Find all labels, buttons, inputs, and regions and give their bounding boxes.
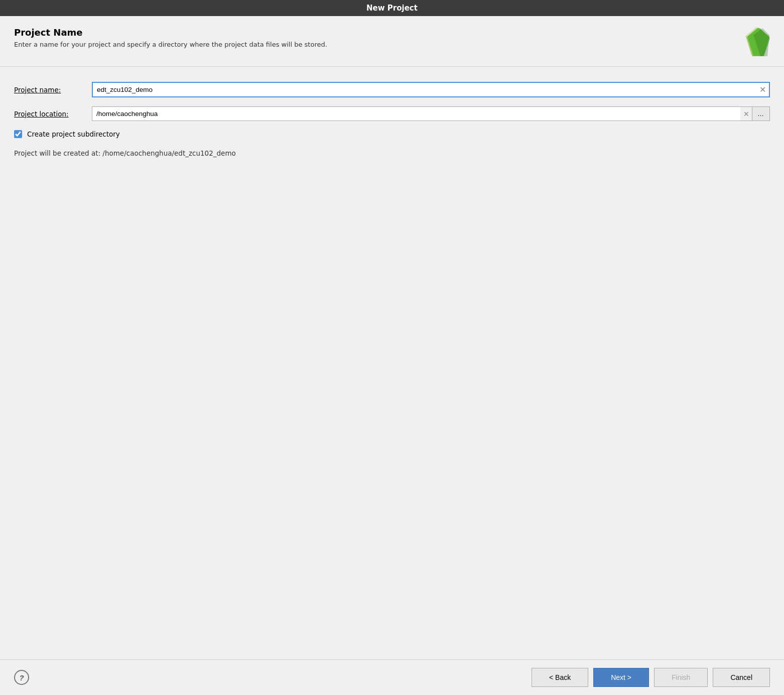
- project-name-input[interactable]: [92, 82, 770, 97]
- back-button[interactable]: < Back: [532, 668, 588, 687]
- browse-button[interactable]: …: [752, 106, 770, 121]
- project-location-row: Project location: ✕ …: [14, 106, 770, 121]
- next-button[interactable]: Next >: [593, 668, 649, 687]
- project-location-clear-button[interactable]: ✕: [740, 106, 752, 121]
- create-subdirectory-row: Create project subdirectory: [14, 130, 770, 138]
- logo-icon: [742, 27, 770, 57]
- logo: [740, 27, 770, 57]
- dialog-content: Project name: ✕ Project location: ✕ …: [0, 67, 784, 659]
- title-bar: New Project: [0, 0, 784, 16]
- footer-right: < Back Next > Finish Cancel: [532, 668, 770, 687]
- dialog: Project Name Enter a name for your proje…: [0, 16, 784, 695]
- project-name-clear-button[interactable]: ✕: [758, 85, 767, 94]
- title-bar-text: New Project: [366, 4, 418, 13]
- footer-left: ?: [14, 670, 29, 685]
- project-location-input-wrapper: ✕ …: [92, 106, 770, 121]
- project-name-label-text: Project name:: [14, 86, 61, 94]
- help-button[interactable]: ?: [14, 670, 29, 685]
- dialog-header-text: Project Name Enter a name for your proje…: [14, 27, 730, 48]
- create-subdirectory-label[interactable]: Create project subdirectory: [27, 130, 120, 138]
- project-location-label: Project location:: [14, 110, 92, 118]
- page-subtitle: Enter a name for your project and specif…: [14, 41, 730, 48]
- page-title: Project Name: [14, 27, 730, 38]
- create-subdirectory-checkbox[interactable]: [14, 130, 22, 138]
- cancel-button[interactable]: Cancel: [713, 668, 770, 687]
- project-location-input[interactable]: [92, 106, 740, 121]
- project-path-info: Project will be created at: /home/caoche…: [14, 149, 770, 157]
- project-location-label-text: Project location:: [14, 110, 69, 118]
- dialog-header: Project Name Enter a name for your proje…: [0, 16, 784, 67]
- project-name-label: Project name:: [14, 86, 92, 94]
- finish-button: Finish: [654, 668, 708, 687]
- dialog-footer: ? < Back Next > Finish Cancel: [0, 659, 784, 695]
- project-name-row: Project name: ✕: [14, 82, 770, 97]
- project-name-input-wrapper: ✕: [92, 82, 770, 97]
